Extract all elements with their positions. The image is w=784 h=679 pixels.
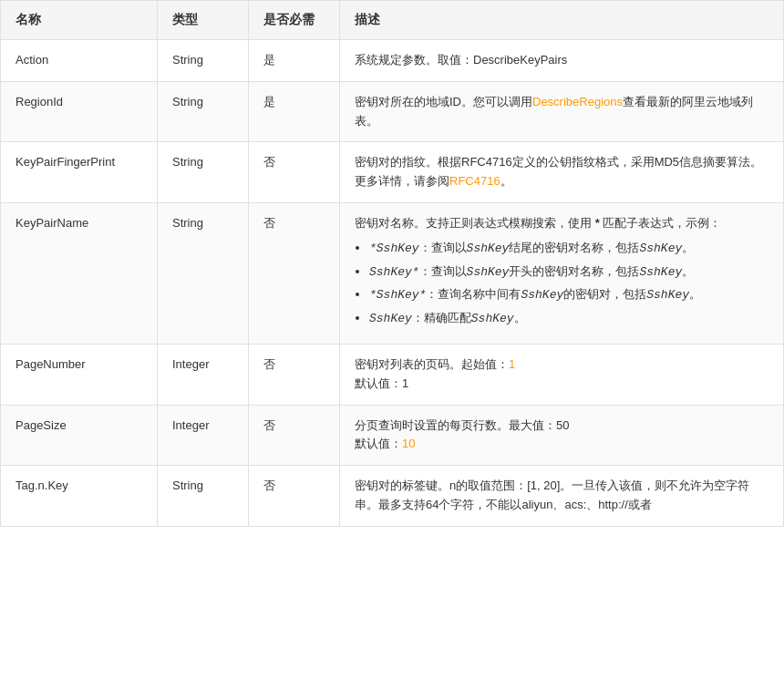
table-row: Action String 是 系统规定参数。取值：DescribeKeyPai… (1, 40, 784, 82)
param-type: Integer (158, 344, 249, 405)
param-required: 是 (249, 81, 340, 142)
param-type: String (158, 466, 249, 527)
param-name: KeyPairFingerPrint (1, 142, 158, 203)
param-required: 否 (249, 466, 340, 527)
param-desc: 分页查询时设置的每页行数。最大值：50 默认值：10 (340, 405, 784, 466)
param-required: 是 (249, 40, 340, 82)
col-header-required: 是否必需 (249, 1, 340, 40)
param-type: String (158, 40, 249, 82)
param-desc: 密钥对的指纹。根据RFC4716定义的公钥指纹格式，采用MD5信息摘要算法。更多… (340, 142, 784, 203)
param-name: PageNumber (1, 344, 158, 405)
describe-regions-link[interactable]: DescribeRegions (532, 95, 623, 108)
param-required: 否 (249, 142, 340, 203)
col-header-type: 类型 (158, 1, 249, 40)
table-row: PageSize Integer 否 分页查询时设置的每页行数。最大值：50 默… (1, 405, 784, 466)
param-name: RegionId (1, 81, 158, 142)
table-row: KeyPairName String 否 密钥对名称。支持正则表达式模糊搜索，使… (1, 202, 784, 344)
param-required: 否 (249, 405, 340, 466)
param-desc: 密钥对名称。支持正则表达式模糊搜索，使用 * 匹配子表达式，示例： *SshKe… (340, 202, 784, 344)
param-type: String (158, 202, 249, 344)
param-name: Tag.n.Key (1, 466, 158, 527)
table-row: RegionId String 是 密钥对所在的地域ID。您可以调用Descri… (1, 81, 784, 142)
rfc4716-link[interactable]: RFC4716 (449, 174, 500, 188)
param-desc: 系统规定参数。取值：DescribeKeyPairs (340, 40, 784, 82)
api-params-table: 名称 类型 是否必需 描述 Action String 是 系统规定参数。取值：… (0, 0, 784, 527)
param-desc: 密钥对的标签键。n的取值范围：[1, 20]。一旦传入该值，则不允许为空字符串。… (340, 466, 784, 527)
param-name: KeyPairName (1, 202, 158, 344)
table-row: PageNumber Integer 否 密钥对列表的页码。起始值：1 默认值：… (1, 344, 784, 405)
param-type: Integer (158, 405, 249, 466)
param-name: PageSize (1, 405, 158, 466)
param-name: Action (1, 40, 158, 82)
table-row: Tag.n.Key String 否 密钥对的标签键。n的取值范围：[1, 20… (1, 466, 784, 527)
col-header-desc: 描述 (340, 1, 784, 40)
param-desc: 密钥对所在的地域ID。您可以调用DescribeRegions查看最新的阿里云地… (340, 81, 784, 142)
table-row: KeyPairFingerPrint String 否 密钥对的指纹。根据RFC… (1, 142, 784, 203)
param-type: String (158, 142, 249, 203)
param-desc: 密钥对列表的页码。起始值：1 默认值：1 (340, 344, 784, 405)
param-required: 否 (249, 344, 340, 405)
param-type: String (158, 81, 249, 142)
param-required: 否 (249, 202, 340, 344)
col-header-name: 名称 (1, 1, 158, 40)
